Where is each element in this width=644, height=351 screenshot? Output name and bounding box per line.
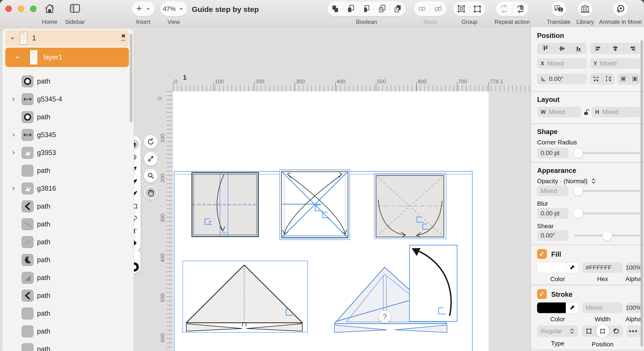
layer-item-path-15[interactable]: path — [5, 341, 129, 351]
sidebar-toggle-icon[interactable] — [69, 2, 81, 15]
opacity-blend-label[interactable]: Opacity · (Normal) — [537, 178, 596, 185]
layer-item-path-11[interactable]: path — [5, 269, 129, 286]
hand-quick-tool[interactable] — [144, 186, 158, 200]
blur-field[interactable]: 0.00 pt — [537, 208, 568, 219]
sidebar-scrollbar[interactable] — [130, 34, 132, 122]
minus-front-icon[interactable] — [343, 2, 359, 16]
stroke-type-dropdown[interactable]: Regular — [537, 325, 578, 337]
flip-v-icon[interactable] — [602, 73, 615, 85]
stroke-checkbox[interactable]: ✓ — [537, 289, 547, 299]
layer-item-g5345-4-1[interactable]: g5345-4 — [5, 91, 129, 108]
node-tool[interactable] — [134, 175, 140, 188]
intersect-icon[interactable] — [359, 2, 374, 16]
text-tool[interactable]: T — [134, 225, 140, 237]
close-window-button[interactable] — [5, 6, 12, 12]
exclude-icon[interactable] — [374, 2, 390, 16]
stroke-center-icon[interactable] — [596, 325, 610, 337]
layer-item-path-2[interactable]: path — [5, 109, 129, 126]
shear-slider[interactable] — [574, 235, 641, 236]
stroke-alpha-field[interactable]: 100% — [626, 302, 641, 313]
layer-item-path-0[interactable]: path — [5, 73, 129, 90]
stroke-color-control[interactable] — [537, 302, 578, 313]
union-icon[interactable] — [328, 2, 343, 16]
expand-chevron-icon[interactable] — [5, 150, 22, 156]
stroke-more-button[interactable]: ••• — [626, 325, 641, 337]
layer-item-path-10[interactable]: path — [5, 251, 129, 268]
fill-color-swatch[interactable] — [537, 262, 566, 273]
expand-chevron-icon[interactable] — [5, 132, 22, 138]
stroke-inside-icon[interactable] — [610, 325, 623, 337]
x-position-field[interactable]: X Mixed — [537, 58, 587, 69]
collapse-chevron-icon[interactable] — [14, 55, 20, 60]
dist-v-icon[interactable] — [629, 73, 641, 85]
resize-quick-tool[interactable] — [144, 152, 158, 166]
view-zoom-button[interactable]: 47% — [160, 2, 187, 16]
rotation-angle-field[interactable]: 0.00° — [537, 74, 587, 84]
brush-tool[interactable] — [134, 188, 140, 200]
layer-item-path-9[interactable]: path — [5, 233, 129, 251]
expand-chevron-icon[interactable] — [5, 186, 22, 191]
layer-item-g3816-6[interactable]: g3816 — [5, 180, 129, 197]
mask-icon[interactable] — [414, 2, 430, 16]
library-button[interactable] — [578, 1, 593, 16]
fill-alpha-field[interactable]: 100% — [626, 262, 641, 273]
width-field[interactable]: W Mixed — [537, 107, 581, 117]
artboard-row[interactable]: 1 — [5, 30, 129, 46]
opacity-slider[interactable] — [574, 190, 641, 192]
select-tool[interactable] — [134, 138, 140, 151]
blur-slider[interactable] — [574, 213, 641, 214]
height-field[interactable]: H Mixed — [592, 107, 641, 117]
shear-knob[interactable] — [602, 231, 612, 240]
divide-icon[interactable] — [390, 2, 406, 16]
opacity-knob[interactable] — [573, 186, 583, 196]
rectangle-tool[interactable] — [134, 200, 140, 212]
group-icon[interactable] — [453, 2, 470, 16]
corner-radius-slider[interactable] — [574, 152, 641, 154]
zoom-quick-tool[interactable] — [144, 169, 158, 183]
layer-item-path-5[interactable]: path — [5, 162, 129, 179]
eraser-tool[interactable] — [134, 237, 140, 249]
layer-item-path-7[interactable]: path — [5, 198, 129, 215]
flip-h-icon[interactable] — [590, 73, 602, 85]
corner-radius-field[interactable]: 0.00 pt — [537, 148, 568, 158]
canvas-artwork[interactable] — [134, 27, 531, 351]
layer-row-selected[interactable]: layer1 — [5, 48, 129, 67]
lock-aspect-icon[interactable] — [584, 109, 590, 116]
minimize-window-button[interactable] — [18, 6, 24, 12]
align-right-icon[interactable] — [624, 43, 641, 54]
layer-item-g5345-3[interactable]: g5345 — [5, 126, 129, 144]
align-left-icon[interactable] — [590, 43, 607, 54]
direct-select-tool[interactable] — [134, 151, 140, 163]
layer-item-path-12[interactable]: path — [5, 287, 129, 304]
blur-knob[interactable] — [573, 209, 583, 218]
artboard-number-label[interactable]: 1 — [183, 74, 187, 81]
insert-button[interactable] — [132, 2, 155, 16]
y-position-field[interactable]: Y Mixed — [590, 58, 641, 69]
zoom-window-button[interactable] — [30, 6, 36, 12]
layer-item-path-13[interactable]: path — [5, 305, 129, 322]
dist-h-icon[interactable] — [617, 73, 629, 85]
stroke-outside-icon[interactable] — [582, 325, 596, 337]
fill-color-control[interactable] — [537, 262, 578, 273]
layer-item-path-8[interactable]: path — [5, 216, 129, 233]
fill-checkbox[interactable]: ✓ — [537, 249, 547, 259]
align-middle-icon[interactable] — [554, 43, 570, 54]
canvas-viewport[interactable]: 1 0100200300400500600700778.1 0100200300… — [134, 27, 531, 351]
layer-item-path-14[interactable]: path — [5, 323, 129, 340]
layer-item-g3953-4[interactable]: g3953 — [5, 144, 129, 161]
collapse-chevron-icon[interactable] — [10, 35, 16, 41]
stroke-color-swatch[interactable] — [537, 302, 566, 313]
pen-tool[interactable] — [134, 163, 140, 175]
panel-scrollbar[interactable] — [640, 40, 643, 346]
stroke-width-field[interactable]: Mixed — [582, 302, 623, 313]
artboard-pin-icon[interactable] — [120, 34, 127, 42]
align-top-icon[interactable] — [537, 43, 554, 54]
help-button[interactable]: ? — [379, 310, 391, 323]
fill-hex-field[interactable]: #FFFFFF — [582, 262, 623, 273]
animate-in-move-button[interactable] — [613, 1, 628, 16]
translate-button[interactable]: A文 — [551, 1, 566, 16]
expand-chevron-icon[interactable] — [5, 96, 22, 102]
align-bottom-icon[interactable] — [570, 43, 587, 54]
home-icon[interactable] — [44, 2, 56, 15]
unmask-icon[interactable] — [430, 2, 446, 16]
